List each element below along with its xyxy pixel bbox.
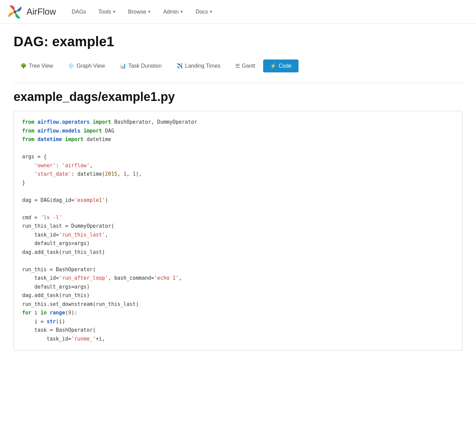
code-icon: ⚡	[270, 63, 276, 69]
tab-graph-view[interactable]: ❄️ Graph View	[61, 59, 112, 72]
nav-item-browse[interactable]: Browse ▼	[123, 6, 156, 18]
tabs-bar: 🌳 Tree View ❄️ Graph View 📊 Task Duratio…	[14, 59, 462, 72]
gantt-icon: ☰	[235, 63, 240, 69]
tab-task-duration[interactable]: 📊 Task Duration	[113, 59, 168, 72]
graph-view-icon: ❄️	[68, 63, 74, 69]
navbar: AirFlow DAGs Tools ▼ Browse ▼ Admin ▼ Do…	[0, 0, 476, 24]
docs-caret-icon: ▼	[209, 10, 213, 14]
tab-gantt[interactable]: ☰ Gantt	[228, 59, 262, 72]
nav-item-docs[interactable]: Docs ▼	[190, 6, 218, 18]
code-filename: example_dags/example1.py	[14, 90, 462, 104]
brand-logo-link[interactable]: AirFlow	[7, 4, 56, 20]
section-divider	[14, 83, 462, 83]
browse-caret-icon: ▼	[148, 10, 151, 14]
tree-view-icon: 🌳	[20, 63, 27, 69]
task-duration-icon: 📊	[120, 63, 126, 69]
tab-landing-times[interactable]: ✈️ Landing Times	[170, 59, 227, 72]
landing-times-icon: ✈️	[176, 63, 183, 69]
tools-caret-icon: ▼	[113, 10, 116, 14]
admin-caret-icon: ▼	[180, 10, 183, 14]
tab-tree-view[interactable]: 🌳 Tree View	[14, 59, 60, 72]
page-content: DAG: example1 🌳 Tree View ❄️ Graph View …	[0, 24, 476, 361]
nav-item-dags[interactable]: DAGs	[66, 6, 92, 18]
nav-item-tools[interactable]: Tools ▼	[93, 6, 121, 18]
code-content: from airflow.operators import BashOperat…	[22, 118, 454, 343]
brand-name: AirFlow	[27, 6, 56, 17]
tab-code[interactable]: ⚡ Code	[263, 59, 298, 72]
airflow-logo-icon	[7, 4, 23, 20]
svg-point-0	[14, 11, 16, 13]
nav-item-admin[interactable]: Admin ▼	[158, 6, 189, 18]
nav-links: DAGs Tools ▼ Browse ▼ Admin ▼ Docs ▼	[66, 6, 218, 18]
page-title: DAG: example1	[14, 34, 462, 49]
code-block: from airflow.operators import BashOperat…	[14, 111, 462, 350]
